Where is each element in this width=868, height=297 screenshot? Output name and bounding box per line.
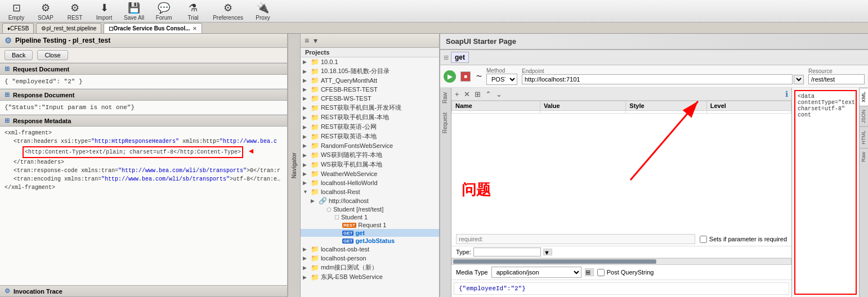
response-metadata-header: ⊞ Response Metadata [0, 115, 287, 127]
type-label: Type: [456, 249, 471, 255]
folder-icon: 📁 [311, 58, 319, 66]
toolbar-item-save_all[interactable]: 💾Save All [119, 1, 149, 21]
tree-item-student_rest_test[interactable]: ⬡Student [/rest/test] [301, 205, 439, 213]
close-button[interactable]: Close [37, 50, 68, 60]
tab-pipeline[interactable]: ⚙ pl_rest_test.pipeline [36, 23, 101, 33]
tree-label-mdm_test: mdm接口测试（新） [321, 263, 378, 272]
nav-collapse-btn[interactable]: ▾ [312, 35, 319, 46]
toolbar-item-proxy[interactable]: 🔌Proxy [249, 1, 277, 21]
toolbar-item-forum[interactable]: 💬Forum [150, 1, 178, 21]
navigator-label-text: Navigator [291, 152, 297, 178]
param-move-btn[interactable]: ⌃ [484, 89, 493, 99]
tree-item-cfesb_ws[interactable]: ▶📁CFESB-WS-TEST [301, 94, 439, 103]
tree-item-dongfeng_esb[interactable]: ▶📁东风-ESB WebService [301, 272, 439, 282]
h-scrollbar[interactable] [451, 258, 791, 265]
endpoint-group: Endpoint ▼ [522, 68, 804, 84]
request-label[interactable]: Request [440, 108, 451, 138]
raw-tab-right[interactable]: Raw [860, 148, 868, 165]
nav-expand-btn[interactable]: ≡ [303, 35, 311, 46]
navigator-side-label: Navigator [288, 34, 301, 297]
toolbar-item-trial[interactable]: ⚗Trial [179, 1, 207, 21]
request-document-header: ⊞ Request Document [0, 63, 287, 75]
tree-item-ws_random_char[interactable]: ▶📁WS获到随机字符-本地 [301, 150, 439, 160]
meta-line-1: <xml-fragment> [5, 129, 283, 137]
tree-item-cfesb_rest[interactable]: ▶📁CFESB-REST-TEST [301, 85, 439, 94]
add-param-btn[interactable]: + [454, 89, 460, 99]
tree-item-rest_english_pub[interactable]: ▶📁REST获取英语-公网 [301, 122, 439, 132]
tree-label-getjobstatus: getJobStatus [355, 237, 395, 244]
tab-cfesb[interactable]: ♦ CFESB [2, 23, 34, 33]
tree-item-rest_getphone_local[interactable]: ▶📁REST获取手机归属-本地 [301, 112, 439, 122]
tree-item-http_localhost[interactable]: ▶🔗http://localhost [301, 196, 439, 205]
xml-tab[interactable]: XML [860, 88, 868, 106]
tree-item-mdm_test[interactable]: ▶📁mdm接口测试（新） [301, 263, 439, 272]
tree-item-request_1[interactable]: RESTRequest 1 [301, 221, 439, 229]
toolbar-item-soap[interactable]: ⚙SOAP [32, 1, 60, 21]
response-doc-icon: ⊞ [5, 91, 10, 98]
expander-10_18_105: ▶ [303, 69, 311, 74]
required-input[interactable] [456, 234, 695, 244]
tree-item-att_query[interactable]: ▶📁ATT_QueryMonthAtt [301, 76, 439, 85]
type-dropdown-btn[interactable]: ▼ [543, 249, 552, 255]
media-type-select[interactable]: application/json text/plain application/… [491, 267, 581, 278]
endpoint-input[interactable] [522, 74, 793, 84]
remove-param-btn[interactable]: ✕ [463, 89, 471, 99]
type-input[interactable] [473, 248, 541, 256]
raw-label[interactable]: Raw [440, 88, 451, 108]
info-btn[interactable]: ℹ [784, 89, 789, 99]
response-document-content: {"Status":"Input param is not one"} [0, 101, 287, 115]
params-toolbar: + ✕ ⊞ ⌃ ⌄ ℹ [451, 88, 791, 101]
params-table: Name Value Style Level [451, 101, 791, 114]
param-options-btn[interactable]: ⊞ [473, 89, 482, 99]
required-row: Sets if parameter is required [451, 232, 791, 246]
post-querystring-checkbox[interactable] [597, 269, 605, 276]
required-checkbox[interactable] [700, 236, 707, 243]
run-button[interactable]: ▶ [444, 70, 456, 83]
response-metadata-content: <xml-fragment> <tran:headers xsi:type="h… [0, 127, 287, 285]
json-body-area[interactable]: {"employeeId":"2"} [454, 282, 789, 295]
invocation-trace-header: ⚙ Invocation Trace [0, 285, 287, 297]
tree-item-student_1[interactable]: ☐Student 1 [301, 213, 439, 221]
tree-item-10_18_105[interactable]: ▶📁10.18.105-随机数-分目录 [301, 66, 439, 76]
html-tab[interactable]: HTML [860, 127, 868, 148]
back-button[interactable]: Back [5, 50, 33, 60]
get-label-text: get [355, 230, 365, 236]
tree-item-rest_english_local[interactable]: ▶📁REST获取英语-本地 [301, 132, 439, 141]
response-document-header: ⊞ Response Document [0, 89, 287, 101]
tab-oracle[interactable]: ◻ Oracle Service Bus Consol...✕ [104, 23, 202, 33]
xml-text: <data contentType="text/plain; charset=u… [798, 93, 857, 118]
param-down-btn[interactable]: ⌄ [495, 89, 503, 99]
tree-item-weather[interactable]: ▶📁WeatherWebService [301, 169, 439, 178]
tree-item-10_0_1[interactable]: ▶📁10.0.1 [301, 57, 439, 66]
tree-label-rest_english_pub: REST获取英语-公网 [321, 123, 377, 131]
method-select[interactable]: POST GET PUT DELETE [486, 74, 517, 85]
tree-item-rest_getphone_dev[interactable]: ▶📁REST获取手机归属-开发环境 [301, 103, 439, 112]
oracle-tab-close[interactable]: ✕ [193, 26, 197, 32]
resource-input[interactable] [808, 74, 865, 84]
tree-item-ws_getphone[interactable]: ▶📁WS获取手机归属-本地 [301, 160, 439, 169]
json-tab[interactable]: JSON [860, 106, 868, 127]
stop-button[interactable]: ■ [460, 71, 471, 82]
tree-item-get_method[interactable]: GETget [301, 229, 439, 237]
resource-icon: ☐ [334, 214, 339, 220]
toolbar-item-rest[interactable]: ⚙REST [61, 1, 89, 21]
preferences-label: Preferences [213, 15, 243, 21]
method-label: Method [486, 68, 517, 74]
resource-label: Resource [808, 68, 865, 74]
request-doc-icon: ⊞ [5, 65, 10, 73]
toolbar-item-import[interactable]: ⬇Import [90, 1, 118, 21]
endpoint-dropdown[interactable]: ▼ [794, 75, 804, 84]
toolbar-item-preferences[interactable]: ⚙Preferences [208, 1, 248, 21]
tree-item-getjobstatus[interactable]: GETgetJobStatus [301, 237, 439, 245]
cfesb-tab-label: CFESB [10, 25, 29, 32]
project-tree[interactable]: ▶📁10.0.1▶📁10.18.105-随机数-分目录▶📁ATT_QueryMo… [301, 57, 439, 297]
expander-cfesb_ws: ▶ [303, 96, 311, 101]
toolbar-item-empty[interactable]: ⊡Empty [2, 1, 30, 21]
tree-item-localhost_person[interactable]: ▶📁localhost-person [301, 254, 439, 263]
media-icon-btn[interactable]: ⊞ [585, 268, 594, 276]
tree-item-localhost_hello[interactable]: ▶📁localhost-HelloWorld [301, 178, 439, 187]
tree-item-localhost_rest[interactable]: ▼📁localhost-Rest [301, 187, 439, 196]
tree-item-random_fonts[interactable]: ▶📁RandomFontsWebService [301, 141, 439, 150]
tree-item-localhost_osb[interactable]: ▶📁localhost-osb-test [301, 245, 439, 254]
trial-label: Trial [188, 15, 199, 21]
